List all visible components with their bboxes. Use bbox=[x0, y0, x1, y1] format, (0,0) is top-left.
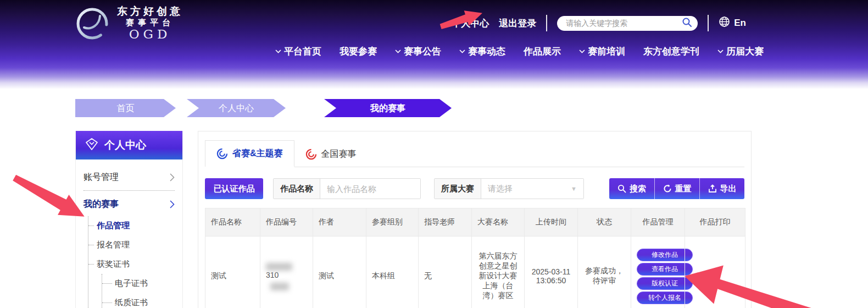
search-icon bbox=[617, 184, 626, 193]
col-author: 作者 bbox=[313, 208, 366, 237]
work-name-label: 作品名称 bbox=[274, 179, 320, 199]
col-upload-time: 上传时间 bbox=[525, 208, 578, 237]
sidebar-item-registration[interactable]: 报名管理 bbox=[88, 235, 175, 255]
cell-upload-time: 2025-03-11 13:06:50 bbox=[525, 237, 578, 308]
logo-text: 东方好创意 赛事平台 OGD bbox=[117, 6, 183, 42]
sidebar-menu: 账号管理 我的赛事 作品管理 报名管理 获奖证书 bbox=[76, 160, 182, 308]
nav-item-home[interactable]: 平台首页 bbox=[275, 45, 321, 58]
tab-provincial-theme[interactable]: 省赛&主题赛 bbox=[205, 140, 294, 167]
col-work-management: 作品管理 bbox=[631, 208, 685, 237]
col-teacher: 指导老师 bbox=[419, 208, 472, 237]
cell-teacher: 无 bbox=[419, 237, 472, 308]
censored-blur bbox=[266, 263, 292, 271]
chevron-right-icon bbox=[170, 200, 175, 208]
logo-line1: 东方好创意 bbox=[117, 6, 183, 18]
col-work-name: 作品名称 bbox=[205, 208, 260, 237]
work-name-input[interactable] bbox=[320, 179, 420, 199]
nav-item-journal[interactable]: 东方创意学刊 bbox=[643, 45, 699, 58]
filter-bar: 已认证作品 作品名称 所属大赛 请选择 ▼ 搜索 bbox=[205, 178, 744, 199]
col-status: 状态 bbox=[578, 208, 631, 237]
sidebar: 个人中心 账号管理 我的赛事 作品管理 报名管理 bbox=[75, 131, 183, 308]
breadcrumb-home[interactable]: 首页 bbox=[75, 99, 176, 117]
header-search[interactable] bbox=[557, 16, 698, 31]
cell-work-name: 测试 bbox=[205, 237, 260, 308]
swirl-icon bbox=[216, 148, 228, 160]
swirl-icon bbox=[305, 148, 317, 160]
cell-actions: 修改作品 查看作品 版权认证 转个人报名 bbox=[631, 237, 685, 308]
cell-work-id: 310 bbox=[260, 237, 313, 308]
certified-works-button[interactable]: 已认证作品 bbox=[205, 178, 263, 199]
cell-status: 参赛成功， 待评审 bbox=[578, 237, 631, 308]
sidebar-subtree: 电子证书 纸质证书 bbox=[102, 274, 175, 308]
contest-select[interactable]: 请选择 ▼ bbox=[481, 179, 583, 199]
contest-label: 所属大赛 bbox=[435, 179, 481, 199]
export-icon bbox=[708, 184, 717, 193]
table-header-row: 作品名称 作品编号 作者 参赛组别 指导老师 大赛名称 上传时间 状态 作品管理… bbox=[205, 208, 745, 237]
cell-group: 本科组 bbox=[366, 237, 419, 308]
sidebar-item-account[interactable]: 账号管理 bbox=[84, 165, 175, 189]
caret-down-icon: ▼ bbox=[571, 185, 577, 192]
filter-actions: 搜索 重置 导出 bbox=[609, 178, 744, 199]
cell-author: 测试 bbox=[313, 237, 366, 308]
chevron-down-icon bbox=[275, 50, 281, 53]
tree-stem bbox=[88, 226, 94, 226]
nav-item-news[interactable]: 赛事动态 bbox=[459, 45, 505, 58]
site-header: 东方好创意 赛事平台 OGD 个人中心 退出登录 bbox=[0, 0, 868, 89]
search-button[interactable]: 搜索 bbox=[609, 178, 654, 199]
sidebar-item-my-events[interactable]: 我的赛事 bbox=[84, 192, 175, 216]
tree-stem bbox=[102, 283, 112, 284]
main-nav: 平台首页 我要参赛 赛事公告 赛事动态 作品展示 赛前培训 东方创意学刊 bbox=[275, 45, 764, 58]
sidebar-item-certificates[interactable]: 获奖证书 bbox=[88, 255, 175, 274]
nav-item-training[interactable]: 赛前培训 bbox=[579, 45, 625, 58]
header-top-bar: 个人中心 退出登录 bbox=[452, 15, 746, 31]
page: 东方好创意 赛事平台 OGD 个人中心 退出登录 bbox=[0, 0, 868, 308]
sidebar-item-e-certificate[interactable]: 电子证书 bbox=[102, 274, 175, 293]
col-work-print: 作品打印 bbox=[685, 208, 745, 237]
chevron-down-icon bbox=[395, 50, 401, 53]
export-button[interactable]: 导出 bbox=[699, 178, 744, 199]
personal-center-link[interactable]: 个人中心 bbox=[452, 17, 489, 30]
work-name-filter: 作品名称 bbox=[273, 178, 421, 199]
language-label[interactable]: En bbox=[734, 18, 746, 29]
sidebar-item-paper-certificate[interactable]: 纸质证书 bbox=[102, 293, 175, 308]
col-contest-name: 大赛名称 bbox=[472, 208, 525, 237]
chevron-down-icon bbox=[579, 50, 585, 53]
nav-item-announcements[interactable]: 赛事公告 bbox=[395, 45, 441, 58]
nav-item-past-contests[interactable]: 历届大赛 bbox=[717, 45, 764, 58]
sidebar-header: 个人中心 bbox=[76, 131, 182, 160]
cell-print bbox=[685, 237, 745, 308]
tree-stem bbox=[102, 302, 112, 303]
tab-national[interactable]: 全国赛事 bbox=[294, 141, 368, 167]
sidebar-title: 个人中心 bbox=[104, 138, 146, 152]
nav-item-participate[interactable]: 我要参赛 bbox=[340, 45, 377, 58]
logout-link[interactable]: 退出登录 bbox=[499, 17, 536, 30]
search-input[interactable] bbox=[565, 18, 682, 28]
logo-swirl-icon bbox=[74, 4, 110, 43]
site-logo[interactable]: 东方好创意 赛事平台 OGD bbox=[74, 4, 183, 43]
chevron-down-icon bbox=[459, 50, 465, 53]
table-row: 测试 310 测试 本科组 无 第六届东方创意之星创新设计大赛上海（台湾）赛区 … bbox=[205, 237, 745, 308]
tree-stem bbox=[88, 264, 94, 265]
chevron-down-icon bbox=[717, 50, 724, 53]
nav-item-works[interactable]: 作品展示 bbox=[524, 45, 561, 58]
breadcrumb-personal-center[interactable]: 个人中心 bbox=[187, 99, 286, 117]
divider bbox=[546, 15, 547, 31]
logo-line3: OGD bbox=[129, 27, 171, 41]
contest-filter: 所属大赛 请选择 ▼ bbox=[434, 178, 584, 199]
tab-bar: 省赛&主题赛 全国赛事 bbox=[205, 140, 744, 167]
search-icon[interactable] bbox=[682, 17, 692, 30]
chevron-right-icon bbox=[170, 173, 175, 182]
refresh-icon bbox=[663, 184, 672, 193]
breadcrumb-my-events[interactable]: 我的赛事 bbox=[324, 99, 452, 117]
tree-stem bbox=[88, 245, 94, 245]
reset-button[interactable]: 重置 bbox=[654, 178, 699, 199]
language-switcher[interactable]: En bbox=[719, 16, 746, 30]
divider bbox=[84, 190, 175, 191]
main-panel: 省赛&主题赛 全国赛事 已认证作品 作品名称 所属大赛 请选择 ▼ bbox=[198, 131, 752, 308]
gem-icon bbox=[85, 137, 99, 154]
globe-icon bbox=[719, 16, 730, 30]
sidebar-item-work-management[interactable]: 作品管理 bbox=[88, 216, 175, 235]
contest-select-value: 请选择 bbox=[488, 184, 513, 194]
sidebar-tree: 作品管理 报名管理 获奖证书 电子证书 纸 bbox=[88, 216, 175, 308]
logo-line2: 赛事平台 bbox=[126, 18, 174, 27]
